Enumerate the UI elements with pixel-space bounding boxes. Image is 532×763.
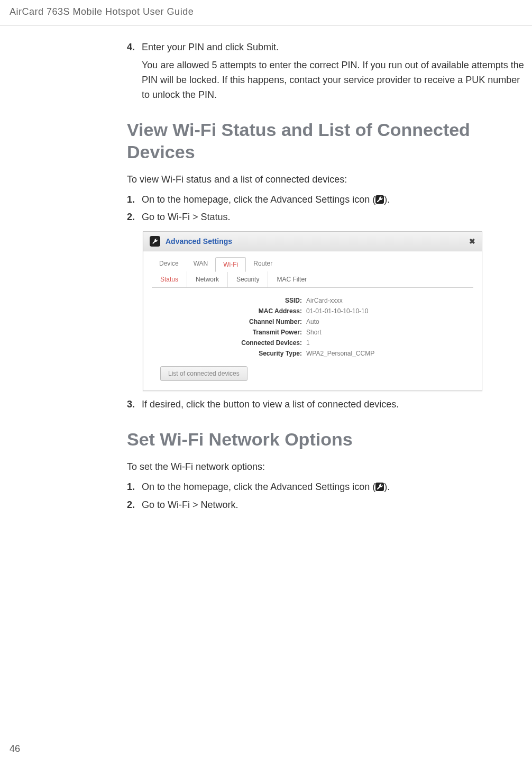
step-number: 2.: [127, 210, 142, 225]
field-ssid: SSID: AirCard-xxxx: [143, 295, 482, 306]
step-number: 3.: [127, 397, 142, 412]
step-body: If desired, click the button to view a l…: [142, 397, 527, 412]
step-text-post: ).: [384, 482, 390, 492]
close-icon[interactable]: ✖: [469, 237, 475, 246]
step-number: 4.: [127, 40, 142, 103]
field-value: Auto: [306, 318, 319, 325]
step-subtext: You are allowed 5 attempts to enter the …: [142, 58, 527, 103]
tab-wifi[interactable]: Wi-Fi: [215, 257, 246, 272]
section2-step1: 1. On to the homepage, click the Advance…: [127, 480, 527, 495]
subtab-status[interactable]: Status: [152, 271, 187, 287]
section-title-set-wifi: Set Wi-Fi Network Options: [127, 428, 527, 451]
step-body: On to the homepage, click the Advanced S…: [142, 193, 527, 207]
field-label: SSID:: [143, 297, 306, 304]
field-connected: Connected Devices: 1: [143, 338, 482, 348]
step-4: 4. Enter your PIN and click Submit. You …: [127, 40, 527, 103]
section1-step3: 3. If desired, click the button to view …: [127, 397, 527, 412]
page: AirCard 763S Mobile Hotspot User Guide 4…: [0, 0, 532, 763]
field-value: AirCard-xxxx: [306, 297, 343, 304]
field-label: Channel Number:: [143, 318, 306, 325]
field-value: 1: [306, 339, 310, 347]
field-mac: MAC Address: 01-01-01-10-10-10-10: [143, 306, 482, 316]
dialog-header: Advanced Settings ✖: [143, 232, 482, 251]
step-text-pre: On to the homepage, click the Advanced S…: [142, 194, 375, 205]
field-label: Transmit Power:: [143, 329, 306, 336]
tab-router[interactable]: Router: [246, 257, 280, 271]
step-body: On to the homepage, click the Advanced S…: [142, 480, 527, 495]
field-value: 01-01-01-10-10-10-10: [306, 307, 368, 315]
step-text-post: ).: [384, 194, 390, 205]
subtab-security[interactable]: Security: [228, 271, 268, 287]
section1-step2: 2. Go to Wi-Fi > Status.: [127, 210, 527, 225]
secondary-tabs: Status Network Security MAC Filter: [152, 271, 473, 288]
step-body: Go to Wi-Fi > Network.: [142, 498, 527, 513]
content-area: 4. Enter your PIN and click Submit. You …: [127, 25, 527, 513]
wrench-icon: [375, 195, 384, 204]
wrench-icon: [375, 483, 384, 491]
field-value: Short: [306, 329, 322, 336]
step-number: 1.: [127, 480, 142, 495]
field-txpower: Transmit Power: Short: [143, 327, 482, 338]
step-number: 1.: [127, 193, 142, 207]
section1-lead: To view Wi-Fi status and a list of conne…: [127, 174, 527, 185]
subtab-macfilter[interactable]: MAC Filter: [268, 271, 315, 287]
wrench-icon: [150, 236, 160, 247]
primary-tabs: Device WAN Wi-Fi Router: [143, 251, 482, 271]
list-devices-button[interactable]: List of connected devices: [160, 366, 247, 381]
step-number: 2.: [127, 498, 142, 513]
tab-wan[interactable]: WAN: [186, 257, 216, 271]
tab-device[interactable]: Device: [152, 257, 186, 271]
status-fields: SSID: AirCard-xxxx MAC Address: 01-01-01…: [143, 288, 482, 362]
field-channel: Channel Number: Auto: [143, 316, 482, 327]
field-security: Security Type: WPA2_Personal_CCMP: [143, 348, 482, 359]
advanced-settings-screenshot: Advanced Settings ✖ Device WAN Wi-Fi Rou…: [143, 231, 482, 391]
step-body: Enter your PIN and click Submit. You are…: [142, 40, 527, 103]
button-row: List of connected devices: [143, 362, 482, 390]
section2-step2: 2. Go to Wi-Fi > Network.: [127, 498, 527, 513]
subtab-network[interactable]: Network: [187, 271, 228, 287]
section2-lead: To set the Wi-Fi network options:: [127, 461, 527, 473]
field-value: WPA2_Personal_CCMP: [306, 350, 374, 357]
field-label: Connected Devices:: [143, 339, 306, 347]
field-label: Security Type:: [143, 350, 306, 357]
page-number: 46: [10, 743, 20, 755]
step-text-pre: On to the homepage, click the Advanced S…: [142, 482, 375, 492]
step-text: Enter your PIN and click Submit.: [142, 40, 527, 55]
section1-step1: 1. On to the homepage, click the Advance…: [127, 193, 527, 207]
step-body: Go to Wi-Fi > Status.: [142, 210, 527, 225]
dialog-title: Advanced Settings: [166, 237, 232, 246]
field-label: MAC Address:: [143, 307, 306, 315]
running-header: AirCard 763S Mobile Hotspot User Guide: [0, 0, 532, 25]
section-title-view-wifi: View Wi-Fi Status and List of Connected …: [127, 119, 527, 164]
